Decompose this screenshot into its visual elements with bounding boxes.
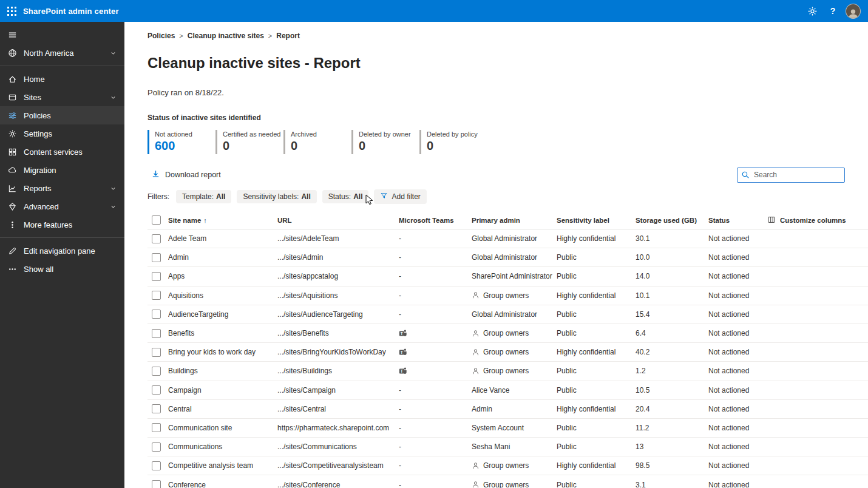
site-name-cell[interactable]: Conference	[168, 481, 277, 488]
teams-dash: -	[399, 442, 401, 451]
region-label: North America	[24, 49, 103, 58]
sidebar-item-more-features[interactable]: More features	[0, 215, 124, 234]
table-row[interactable]: Benefits .../sites/Benefits T Group owne…	[147, 324, 868, 343]
column-header-site-name[interactable]: Site name ↑	[168, 217, 277, 224]
primary-admin-cell: Group owners	[472, 291, 557, 300]
waffle-icon[interactable]	[0, 0, 23, 22]
row-checkbox[interactable]	[152, 272, 161, 281]
sidebar-item-home[interactable]: Home	[0, 70, 124, 88]
sensitivity-cell: Public	[557, 329, 636, 337]
column-header-primary-admin[interactable]: Primary admin	[472, 217, 557, 224]
sidebar-item-migration[interactable]: Migration	[0, 161, 124, 179]
stat-deleted-by-policy: Deleted by policy 0	[419, 130, 487, 154]
help-icon[interactable]: ?	[822, 0, 843, 22]
row-checkbox[interactable]	[152, 480, 161, 488]
advanced-icon	[7, 202, 17, 211]
table-row[interactable]: AudienceTargeting .../sites/AudienceTarg…	[147, 305, 868, 324]
teams-cell: T -	[399, 461, 472, 470]
add-filter-button[interactable]: Add filter	[374, 189, 426, 204]
person-icon	[472, 481, 480, 488]
column-header-sensitivity-label[interactable]: Sensitivity label	[557, 217, 636, 224]
teams-dash: -	[399, 424, 401, 432]
user-avatar[interactable]	[846, 4, 861, 19]
site-name-cell[interactable]: Communication site	[168, 424, 277, 432]
table-row[interactable]: Adele Team .../sites/AdeleTeam T - Globa…	[147, 229, 868, 248]
row-checkbox[interactable]	[152, 442, 161, 452]
site-name-cell[interactable]: Central	[168, 405, 277, 413]
download-report-button[interactable]: Download report	[147, 167, 225, 183]
table-row[interactable]: Communications .../sites/Communications …	[147, 438, 868, 456]
storage-cell: 10.0	[636, 253, 708, 262]
table-row[interactable]: Competitive analysis team .../sites/Comp…	[147, 456, 868, 475]
column-header-microsoft-teams[interactable]: Microsoft Teams	[399, 217, 472, 224]
row-checkbox[interactable]	[152, 310, 161, 319]
row-checkbox[interactable]	[152, 329, 161, 338]
primary-admin-cell: Global Administrator	[472, 253, 557, 262]
stat-label: Not actioned	[155, 130, 215, 138]
breadcrumb-cleanup-inactive-sites[interactable]: Cleanup inactive sites	[188, 32, 264, 40]
table-row[interactable]: Buildings .../sites/Buildings T Group ow…	[147, 362, 868, 381]
filter-chip-status[interactable]: Status:All	[322, 190, 369, 203]
filter-chip-template[interactable]: Template:All	[176, 190, 231, 203]
row-checkbox[interactable]	[152, 253, 161, 262]
site-name-cell[interactable]: AudienceTargeting	[168, 310, 277, 319]
stat-certified-as-needed: Certified as needed 0	[215, 130, 283, 154]
teams-cell: T	[399, 329, 472, 337]
nav-collapse-button[interactable]	[0, 25, 124, 44]
customize-columns-button[interactable]: Customize columns	[767, 215, 868, 225]
row-checkbox[interactable]	[152, 385, 161, 395]
column-header-status[interactable]: Status	[708, 217, 767, 224]
table-row[interactable]: Aquisitions .../sites/Aquisitions T - Gr…	[147, 286, 868, 305]
row-checkbox[interactable]	[152, 291, 161, 300]
filter-chip-sensitivity-labels[interactable]: Sensitivity labels:All	[237, 190, 316, 203]
site-name-cell[interactable]: Communications	[168, 442, 277, 451]
teams-cell: T -	[399, 310, 472, 319]
status-summary: Not actioned 600 Certified as needed 0 A…	[147, 130, 868, 154]
app-top-bar: SharePoint admin center ?	[0, 0, 868, 22]
select-all-checkbox[interactable]	[152, 215, 161, 225]
table-row[interactable]: Conference .../sites/Conference T - Grou…	[147, 475, 868, 488]
row-checkbox[interactable]	[152, 461, 161, 470]
row-checkbox[interactable]	[152, 367, 161, 376]
table-row[interactable]: Admin .../sites/Admin T - Global Adminis…	[147, 248, 868, 267]
site-name-cell[interactable]: Apps	[168, 272, 277, 280]
column-header-storage-used[interactable]: Storage used (GB)	[636, 217, 708, 224]
sidebar-item-show-all[interactable]: Show all	[0, 260, 124, 278]
sidebar-item-edit-navigation[interactable]: Edit navigation pane	[0, 242, 124, 260]
table-row[interactable]: Bring your kids to work day .../sites/Br…	[147, 343, 868, 362]
teams-dash: -	[399, 481, 401, 488]
settings-gear-icon[interactable]	[802, 0, 822, 22]
stat-value: 600	[155, 139, 215, 153]
sidebar-item-content-services[interactable]: Content services	[0, 143, 124, 161]
status-cell: Not actioned	[708, 272, 767, 280]
row-checkbox[interactable]	[152, 234, 161, 243]
row-checkbox[interactable]	[152, 348, 161, 357]
search-input[interactable]	[737, 168, 845, 183]
breadcrumb-policies[interactable]: Policies	[147, 32, 175, 40]
sidebar-item-settings[interactable]: Settings	[0, 124, 124, 143]
status-cell: Not actioned	[708, 461, 767, 470]
teams-icon: T	[399, 348, 407, 356]
sidebar-item-advanced[interactable]: Advanced	[0, 197, 124, 215]
sidebar-item-policies[interactable]: Policies	[0, 106, 124, 124]
sidebar-region-selector[interactable]: North America	[0, 44, 124, 62]
site-name-cell[interactable]: Adele Team	[168, 234, 277, 243]
table-row[interactable]: Apps .../sites/appcatalog T - SharePoint…	[147, 267, 868, 286]
column-header-url[interactable]: URL	[277, 217, 399, 224]
site-name-cell[interactable]: Aquisitions	[168, 291, 277, 300]
sidebar-item-sites[interactable]: Sites	[0, 88, 124, 106]
table-row[interactable]: Campaign .../sites/Campaign T - Alice Va…	[147, 381, 868, 400]
site-name-cell[interactable]: Buildings	[168, 367, 277, 375]
sidebar-divider	[0, 66, 124, 66]
table-row[interactable]: Central .../sites/Central T - Admin High…	[147, 400, 868, 419]
site-name-cell[interactable]: Campaign	[168, 386, 277, 395]
site-name-cell[interactable]: Admin	[168, 253, 277, 262]
site-name-cell[interactable]: Competitive analysis team	[168, 461, 277, 470]
row-checkbox[interactable]	[152, 404, 161, 413]
row-checkbox[interactable]	[152, 423, 161, 432]
table-row[interactable]: Communication site https://pharmateck.sh…	[147, 419, 868, 438]
site-name-cell[interactable]: Bring your kids to work day	[168, 348, 277, 356]
site-name-cell[interactable]: Benefits	[168, 329, 277, 337]
storage-cell: 14.0	[636, 272, 708, 280]
sidebar-item-reports[interactable]: Reports	[0, 179, 124, 197]
